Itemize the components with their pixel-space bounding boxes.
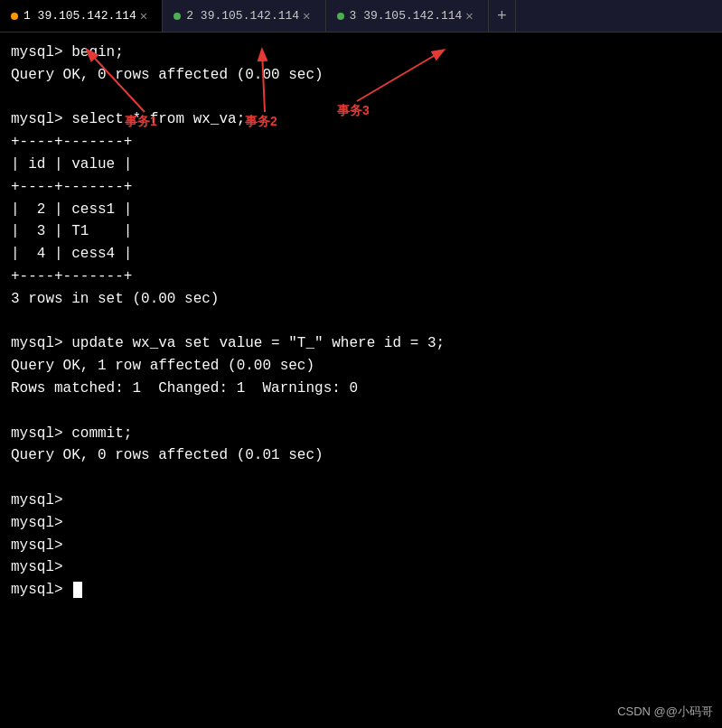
tab-1-label: 1 39.105.142.114 bbox=[23, 9, 136, 23]
tab-1[interactable]: 1 39.105.142.114 ✕ bbox=[0, 0, 163, 32]
tab-2[interactable]: 2 39.105.142.114 ✕ bbox=[163, 0, 325, 32]
tab-2-label: 2 39.105.142.114 bbox=[186, 9, 299, 23]
add-tab-button[interactable]: + bbox=[489, 0, 516, 32]
tab-1-dot bbox=[11, 13, 18, 20]
tab-1-close[interactable]: ✕ bbox=[136, 8, 151, 23]
watermark: CSDN @@小码哥 bbox=[617, 703, 713, 721]
terminal: mysql> begin; Query OK, 0 rows affected … bbox=[0, 33, 722, 728]
tab-2-dot bbox=[173, 13, 181, 20]
tab-bar: 1 39.105.142.114 ✕ 2 39.105.142.114 ✕ 3 … bbox=[0, 0, 722, 33]
terminal-content: mysql> begin; Query OK, 0 rows affected … bbox=[11, 42, 711, 602]
tab-2-close[interactable]: ✕ bbox=[299, 8, 314, 23]
tab-3-label: 3 39.105.142.114 bbox=[350, 9, 463, 23]
tab-3-dot bbox=[337, 13, 344, 20]
tab-3-close[interactable]: ✕ bbox=[462, 8, 476, 23]
cursor bbox=[73, 582, 82, 598]
tab-3[interactable]: 3 39.105.142.114 ✕ bbox=[326, 0, 489, 32]
